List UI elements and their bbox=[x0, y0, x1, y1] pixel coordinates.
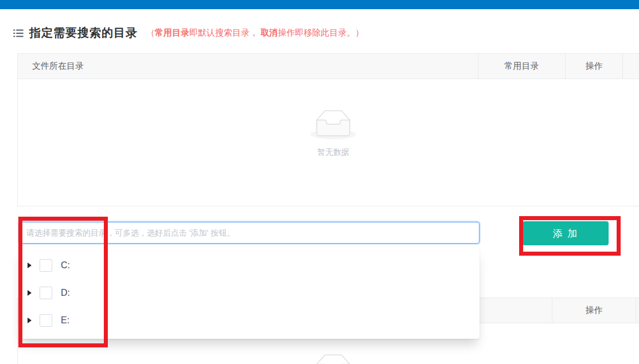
checkbox-drive-c[interactable] bbox=[40, 259, 52, 272]
list-icon bbox=[13, 28, 24, 39]
page-title-note: （常用目录即默认搜索目录， 取消操作即移除此目录。） bbox=[146, 28, 364, 38]
checkbox-drive-e[interactable] bbox=[40, 314, 52, 327]
note-bold-common-dir: 常用目录 bbox=[155, 28, 189, 37]
expand-caret-icon[interactable] bbox=[28, 318, 32, 323]
directory-table-header: 文件所在目录 常用目录 操作 bbox=[18, 54, 639, 79]
note-end: 操作即移除此目录。） bbox=[278, 28, 364, 37]
directory-table: 文件所在目录 常用目录 操作 暂无数据 bbox=[17, 53, 639, 206]
column-header-file-directory: 文件所在目录 bbox=[18, 54, 478, 79]
page-header: 指定需要搜索的目录 （常用目录即默认搜索目录， 取消操作即移除此目录。） bbox=[13, 25, 364, 41]
tree-item-label: D: bbox=[61, 288, 70, 298]
column-header-common-directory: 常用目录 bbox=[478, 54, 566, 79]
column-header-filler bbox=[623, 54, 639, 79]
empty-state-bottom bbox=[299, 354, 368, 364]
add-button[interactable]: 添 加 bbox=[523, 221, 609, 245]
result-column-header-actions: 操作 bbox=[552, 298, 636, 323]
expand-caret-icon[interactable] bbox=[28, 263, 32, 268]
checkbox-drive-d[interactable] bbox=[40, 287, 52, 299]
tree-item-drive-d[interactable]: D: bbox=[19, 279, 480, 307]
tree-item-drive-c[interactable]: C: bbox=[19, 252, 480, 279]
column-header-actions: 操作 bbox=[566, 54, 623, 79]
expand-caret-icon[interactable] bbox=[28, 290, 32, 296]
note-bold-cancel: 取消 bbox=[260, 28, 278, 37]
empty-box-icon bbox=[310, 110, 356, 139]
directory-select-input[interactable] bbox=[19, 222, 480, 244]
directory-table-body: 暂无数据 bbox=[18, 79, 639, 206]
empty-state: 暂无数据 bbox=[299, 110, 368, 158]
note-open: （ bbox=[146, 28, 155, 37]
note-mid: 即默认搜索目录， bbox=[189, 28, 260, 37]
page-title: 指定需要搜索的目录 bbox=[29, 25, 138, 41]
tree-item-drive-e[interactable]: E: bbox=[19, 307, 480, 334]
empty-box-icon-bottom bbox=[310, 354, 356, 364]
tree-item-label: C: bbox=[61, 260, 70, 271]
directory-tree-dropdown: C: D: E: bbox=[19, 247, 480, 339]
empty-state-text: 暂无数据 bbox=[317, 147, 349, 158]
result-column-header-filler bbox=[636, 298, 639, 323]
tree-item-label: E: bbox=[61, 315, 69, 326]
top-accent-bar bbox=[0, 0, 639, 9]
